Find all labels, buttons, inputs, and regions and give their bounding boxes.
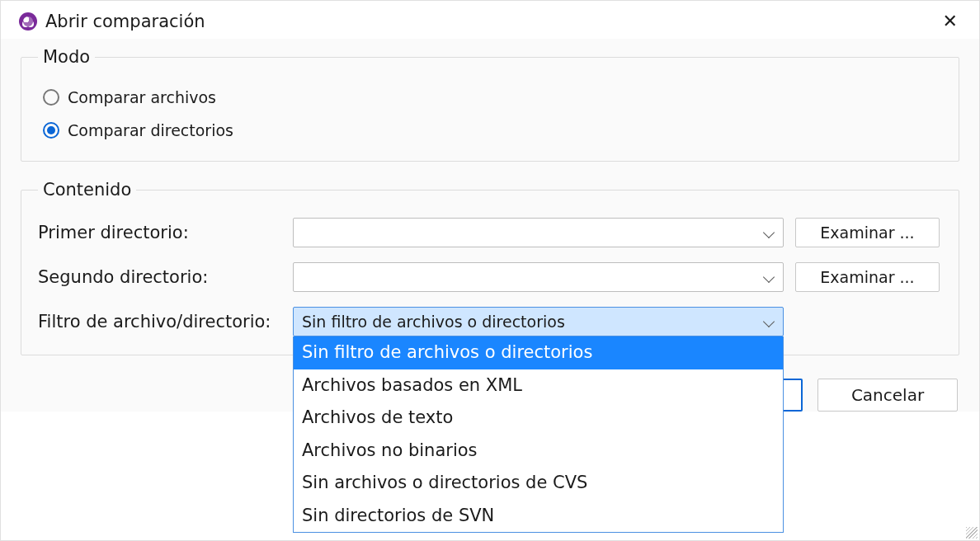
content-legend: Contenido <box>38 180 136 200</box>
chevron-down-icon <box>763 227 775 238</box>
resize-grip-icon[interactable] <box>966 527 978 539</box>
radio-icon <box>43 89 59 106</box>
chevron-down-icon <box>763 316 775 327</box>
radio-compare-files[interactable]: Comparar archivos <box>43 88 942 106</box>
titlebar-left: Abrir comparación <box>19 12 205 31</box>
filter-label: Filtro de archivo/directorio: <box>38 312 281 332</box>
open-comparison-dialog: Abrir comparación ✕ Modo Comparar archiv… <box>0 0 980 541</box>
filter-option[interactable]: Archivos basados en XML <box>294 369 783 402</box>
close-icon[interactable]: ✕ <box>935 9 966 34</box>
filter-option[interactable]: Sin directorios de SVN <box>294 500 783 533</box>
browse-first-button[interactable]: Examinar ... <box>795 218 940 247</box>
radio-compare-directories[interactable]: Comparar directorios <box>43 121 942 139</box>
browse-second-button[interactable]: Examinar ... <box>795 262 940 292</box>
radio-label: Comparar archivos <box>68 88 216 106</box>
radio-icon-selected <box>43 122 59 139</box>
content-grid: Primer directorio: Examinar ... Segundo … <box>38 218 942 336</box>
filter-wrap: Sin filtro de archivos o directorios Sin… <box>293 307 784 336</box>
dialog-body: Modo Comparar archivos Comparar director… <box>1 39 979 412</box>
app-icon <box>19 12 37 31</box>
browse-label: Examinar ... <box>820 268 914 286</box>
second-dir-label: Segundo directorio: <box>38 267 281 287</box>
cancel-label: Cancelar <box>851 385 924 405</box>
filter-option[interactable]: Archivos de texto <box>294 402 783 435</box>
filter-option[interactable]: Sin archivos o directorios de CVS <box>294 467 783 500</box>
radio-label: Comparar directorios <box>68 121 233 139</box>
first-dir-label: Primer directorio: <box>38 223 281 242</box>
titlebar: Abrir comparación ✕ <box>1 1 979 39</box>
dialog-title: Abrir comparación <box>45 12 205 31</box>
filter-dropdown: Sin filtro de archivos o directorios Arc… <box>293 336 784 533</box>
first-dir-input[interactable] <box>293 218 784 247</box>
filter-option[interactable]: Sin filtro de archivos o directorios <box>294 336 783 369</box>
cancel-button[interactable]: Cancelar <box>817 379 958 412</box>
chevron-down-icon <box>763 271 775 283</box>
mode-fieldset: Modo Comparar archivos Comparar director… <box>21 47 959 162</box>
second-dir-input[interactable] <box>293 262 784 292</box>
filter-option[interactable]: Archivos no binarios <box>294 435 783 468</box>
content-fieldset: Contenido Primer directorio: Examinar ..… <box>21 180 959 355</box>
browse-label: Examinar ... <box>820 223 914 242</box>
filter-combo[interactable]: Sin filtro de archivos o directorios <box>293 307 784 336</box>
mode-legend: Modo <box>38 47 95 67</box>
filter-selected-text: Sin filtro de archivos o directorios <box>302 313 565 331</box>
